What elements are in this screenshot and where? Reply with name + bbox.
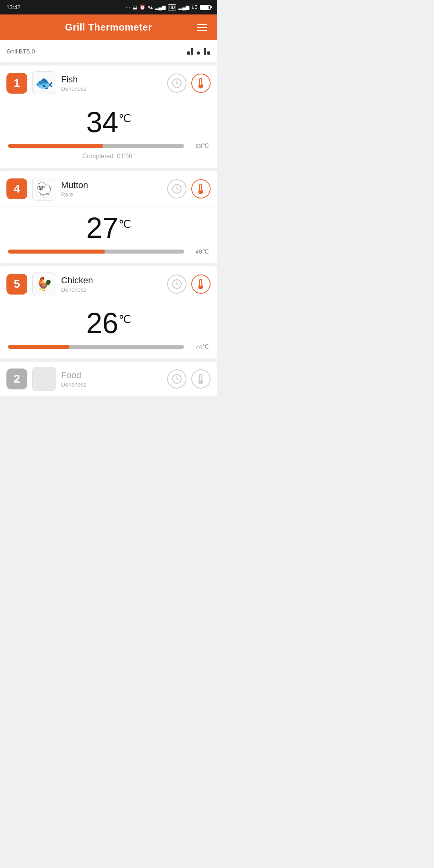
probe-food-name-5: Chicken (61, 275, 167, 286)
probe-header-4: 4 🐑 Mutton Rare (0, 171, 217, 207)
dots-icon: ··· (126, 4, 130, 10)
probe-food-name-4: Mutton (61, 180, 167, 190)
probe-number-5: 5 (6, 274, 27, 295)
timer-button-4[interactable] (167, 179, 186, 199)
timer-button-5[interactable] (167, 274, 186, 294)
svg-point-6 (200, 85, 202, 87)
probe-actions-4 (167, 179, 211, 199)
probe-progress-row-4: 49℃ (8, 248, 209, 255)
probe-info-2: Food Doneness (61, 370, 167, 388)
probe-card-5: 5 🐓 Chicken Doneness 26℃ (0, 266, 217, 358)
wifi-icon: ▾▴ (148, 4, 153, 10)
probe-doneness-2: Doneness (61, 381, 167, 388)
probe-target-temp-1: 63℃ (189, 142, 209, 149)
device-name: Grill BT5.0 (6, 48, 35, 55)
probe-food-name-2: Food (61, 370, 167, 381)
probe-food-name-1: Fish (61, 74, 167, 85)
probe-body-4: 27℃ 49℃ (0, 207, 217, 263)
probe-temp-1: 34℃ (8, 108, 209, 137)
probe-doneness-4: Rare (61, 191, 167, 198)
thermometer-button-2[interactable] (191, 369, 211, 389)
probe-card-4: 4 🐑 Mutton Rare 27℃ (0, 171, 217, 263)
probe-number-1: 1 (6, 73, 27, 94)
thermometer-button-5[interactable] (191, 274, 211, 294)
alarm-icon: ⏰ (139, 4, 145, 10)
probe-icon-fish: 🐟 (32, 71, 56, 95)
signal2-icon: ▂▄▆ (178, 4, 189, 10)
battery-icon: ὐ‌B (192, 4, 198, 10)
timer-button-1[interactable] (167, 74, 186, 93)
probe-card-1: 1 🐟 Fish Doneness 34℃ (0, 66, 217, 168)
svg-rect-1 (191, 48, 193, 55)
probe-doneness-5: Doneness (61, 287, 167, 293)
probe-icon-chicken: 🐓 (32, 272, 56, 296)
probe-number-4: 4 (6, 178, 27, 199)
hd-badge: HD (168, 4, 176, 10)
status-time: 13:42 (6, 4, 20, 10)
device-signal-icon (186, 44, 211, 58)
signal-icon: ▂▄▆ (155, 4, 166, 10)
probe-body-1: 34℃ 63℃ Completed: 01'56" (0, 101, 217, 168)
probe-number-2: 2 (6, 368, 27, 389)
probe-actions-5 (167, 274, 211, 294)
probe-progress-row-5: 74℃ (8, 343, 209, 350)
probe-progress-bar-1 (8, 144, 184, 148)
probe-info-5: Chicken Doneness (61, 275, 167, 293)
probe-target-temp-4: 49℃ (189, 248, 209, 255)
probe-info-4: Mutton Rare (61, 180, 167, 198)
thermometer-button-4[interactable] (191, 179, 211, 199)
menu-button[interactable] (195, 22, 209, 33)
probe-info-1: Fish Doneness (61, 74, 167, 92)
bottom-bar: 2 Food Doneness (0, 362, 217, 396)
probe-progress-row-1: 63℃ (8, 142, 209, 149)
svg-point-8 (200, 191, 202, 193)
device-row: Grill BT5.0 (0, 40, 217, 62)
probe-actions-2 (167, 369, 211, 389)
svg-rect-0 (187, 51, 190, 55)
probe-temp-4: 27℃ (8, 213, 209, 242)
probe-icon-mutton: 🐑 (32, 177, 56, 201)
probe-doneness-1: Doneness (61, 86, 167, 92)
svg-point-12 (200, 381, 202, 383)
thermometer-button-1[interactable] (191, 74, 211, 93)
probe-actions-1 (167, 74, 211, 93)
probe-progress-bar-5 (8, 345, 184, 349)
probe-progress-fill-5 (8, 345, 70, 349)
battery-shape (200, 5, 211, 10)
probe-body-5: 26℃ 74℃ (0, 302, 217, 358)
probe-target-temp-5: 74℃ (189, 343, 209, 350)
status-bar: 13:42 ··· ⬓ ⏰ ▾▴ ▂▄▆ HD ▂▄▆ ὐ‌B (0, 0, 217, 14)
probe-icon-empty-2 (32, 367, 56, 391)
probe-completed-1: Completed: 01'56" (8, 153, 209, 160)
probe-temp-5: 26℃ (8, 309, 209, 338)
app-header: Grill Thermometer (0, 14, 217, 40)
probe-header-5: 5 🐓 Chicken Doneness (0, 266, 217, 302)
probe-progress-fill-4 (8, 250, 105, 254)
bluetooth-icon: ⬓ (133, 4, 137, 10)
probe-progress-fill-1 (8, 144, 103, 148)
svg-rect-4 (207, 51, 210, 55)
status-icons: ··· ⬓ ⏰ ▾▴ ▂▄▆ HD ▂▄▆ ὐ‌B (126, 4, 211, 10)
svg-rect-3 (204, 48, 206, 55)
app-title: Grill Thermometer (65, 22, 152, 33)
probe-progress-bar-4 (8, 250, 184, 254)
timer-button-2[interactable] (167, 369, 186, 389)
probe-header-1: 1 🐟 Fish Doneness (0, 66, 217, 101)
svg-point-10 (200, 286, 202, 288)
svg-point-2 (197, 51, 200, 55)
